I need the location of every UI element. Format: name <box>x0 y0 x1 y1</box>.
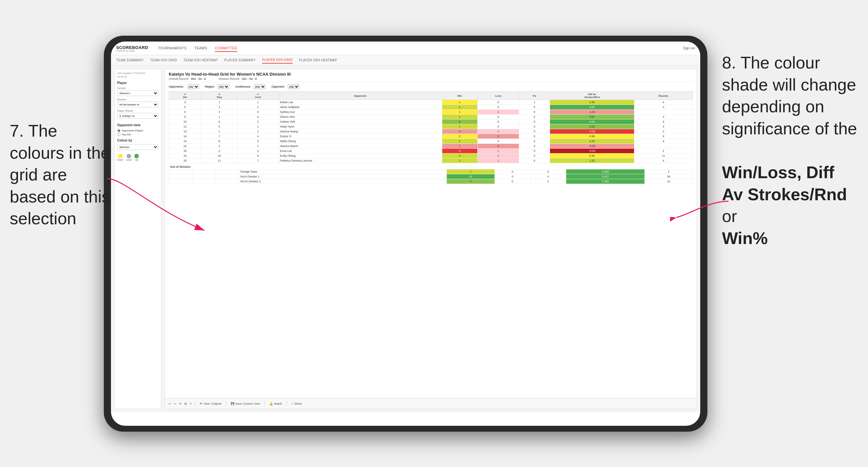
player-rank-select[interactable]: 8. Katelyn Vo <box>117 113 158 119</box>
cell-opponent: Euna Lee <box>278 149 442 154</box>
cell-div: 18 <box>169 149 201 154</box>
radio-dot-selected <box>117 129 120 132</box>
h2h-table: #Div #Reg #Conf Opponent Win Loss Tie Di… <box>169 92 693 163</box>
cell-diff: -3.00 <box>550 129 634 134</box>
nav-items: TOURNAMENTS TEAMS COMMITTEE <box>158 45 683 52</box>
opponent-filter-label: Opponent <box>272 85 285 88</box>
cell-rounds <box>634 144 693 149</box>
cell-diff: 0.30 <box>550 154 634 158</box>
cell-ood-tie: 0 <box>530 179 566 184</box>
nav-committee[interactable]: COMMITTEE <box>215 45 237 52</box>
radio-top100[interactable]: Top 100 <box>117 133 158 136</box>
col-reg: #Reg <box>201 92 238 100</box>
cell-reg: 7 <box>201 134 238 139</box>
cell-conf: 7 <box>238 158 278 163</box>
filter-icon[interactable]: ⊞ <box>184 402 187 405</box>
cell-rounds: 4 <box>634 119 693 124</box>
col-opponent: Opponent <box>278 92 442 100</box>
filter-all-select[interactable]: (All) <box>187 84 199 89</box>
sec-nav-team-summary[interactable]: TEAM SUMMARY <box>116 57 144 63</box>
cell-reg: 11 <box>201 158 238 163</box>
sec-nav-player-h2h-heatmap[interactable]: PLAYER H2H HEATMAP <box>299 57 337 63</box>
cell-loss: 1 <box>477 154 519 158</box>
ood-table-row: NCAA Division 2 5 0 0 7.400 10 <box>169 179 693 184</box>
cell-diff: 4.00 <box>550 119 634 124</box>
division-select[interactable]: NCAA Division III <box>117 101 158 107</box>
grid-records: Overall Record: 353 - 34 - 6 Division Re… <box>169 77 693 81</box>
cell-loss: 0 <box>477 139 519 144</box>
colour-dot-level <box>127 154 131 158</box>
colour-by-select[interactable]: Win/loss <box>117 144 158 150</box>
sign-out-link[interactable]: Sign out <box>683 46 695 50</box>
ood-table-row: NAIA Division 1 15 0 0 9.267 30 <box>169 174 693 179</box>
conference-filter-label: Conference <box>235 85 250 88</box>
redo-icon[interactable]: ↪ <box>174 402 177 405</box>
data-table-container: #Div #Reg #Conf Opponent Win Loss Tie Di… <box>165 92 697 398</box>
gender-label: Gender <box>117 87 158 90</box>
view-original-btn[interactable]: 👁 View: Original <box>197 401 223 406</box>
cell-conf: 1 <box>238 144 278 149</box>
cell-ood-conf <box>216 179 239 184</box>
cell-diff: 1.33 <box>550 158 634 163</box>
cell-reg: 2 <box>201 149 238 154</box>
cell-win: 1 <box>442 110 477 115</box>
cell-win: 1 <box>442 124 477 129</box>
cell-win: 2 <box>442 134 477 139</box>
sec-nav-player-h2h-grid[interactable]: PLAYER H2H GRID <box>262 57 293 64</box>
cell-loss: 1 <box>477 129 519 134</box>
opponent-select[interactable]: (All) <box>287 84 300 89</box>
cell-diff: 3.67 <box>550 115 634 119</box>
cell-tie: 1 <box>519 100 550 105</box>
opponents-filter-label: Opponents: <box>169 85 184 88</box>
cell-tie: 0 <box>519 154 550 158</box>
cell-loss: 0 <box>477 124 519 129</box>
cell-win: 2 <box>442 158 477 163</box>
cell-loss: 0 <box>477 105 519 110</box>
cell-opponent: Jessica Mason <box>278 144 442 149</box>
cut-icon[interactable]: ✂ <box>189 402 192 405</box>
table-row: 15 8 5 Stella Cheng 1 0 0 1.25 4 <box>169 139 693 144</box>
cell-loss: 1 <box>477 158 519 163</box>
cell-div: 5 <box>169 105 201 110</box>
logo-area: SCOREBOARD Powered by clippd <box>116 44 148 52</box>
sec-nav-team-h2h-heatmap[interactable]: TEAM H2H HEATMAP <box>183 57 218 63</box>
conference-select[interactable]: (All) <box>254 84 266 89</box>
col-conf: #Conf <box>238 92 278 100</box>
save-custom-btn[interactable]: 💾 Save Custom View <box>229 401 262 406</box>
nav-tournaments[interactable]: TOURNAMENTS <box>158 45 187 52</box>
toolbar-sep2 <box>226 401 226 406</box>
sec-nav-player-summary[interactable]: PLAYER SUMMARY <box>224 57 256 63</box>
gender-select[interactable]: Women's <box>117 90 158 96</box>
cell-opponent: Stella Cheng <box>278 139 442 144</box>
nav-teams[interactable]: TEAMS <box>194 45 207 52</box>
cell-rounds: 3 <box>634 115 693 119</box>
sec-nav-team-h2h-grid[interactable]: TEAM H2H GRID <box>150 57 177 63</box>
last-updated: Last Updated: 27/03/2024 16:55:38 <box>117 72 158 79</box>
toolbar-sep4 <box>286 401 287 406</box>
undo-icon[interactable]: ↩ <box>169 402 171 405</box>
region-select[interactable]: (All) <box>217 84 229 89</box>
cell-rounds: 11 <box>634 154 693 158</box>
watch-icon: 🔔 <box>269 402 273 405</box>
logo-sub: Powered by clippd <box>116 50 148 52</box>
cell-reg: 2 <box>201 144 238 149</box>
cell-opponent: Emily Chang <box>278 154 442 158</box>
cell-win: 0 <box>442 149 477 154</box>
cell-ood-diff: 4.500 <box>566 169 644 174</box>
col-tie: Tie <box>519 92 550 100</box>
cell-tie: 0 <box>519 115 550 119</box>
cell-ood-opponent: NAIA Division 1 <box>239 174 447 179</box>
cell-loss: 0 <box>477 115 519 119</box>
history-icon[interactable]: ⟳ <box>179 402 182 405</box>
share-btn[interactable]: ⤴ Share <box>289 401 304 406</box>
cell-ood-opponent: Foreign Team <box>239 169 447 174</box>
logo-text: SCOREBOARD <box>116 45 148 50</box>
arrow-left-svg <box>91 172 214 237</box>
toolbar-sep3 <box>265 401 265 406</box>
cell-conf: 2 <box>238 149 278 154</box>
radio-opponents-played[interactable]: Opponents Played <box>117 129 158 132</box>
cell-div: 14 <box>169 134 201 139</box>
cell-reg: 3 <box>201 110 238 115</box>
watch-btn[interactable]: 🔔 Watch <box>268 401 284 406</box>
cell-div: 16 <box>169 144 201 149</box>
